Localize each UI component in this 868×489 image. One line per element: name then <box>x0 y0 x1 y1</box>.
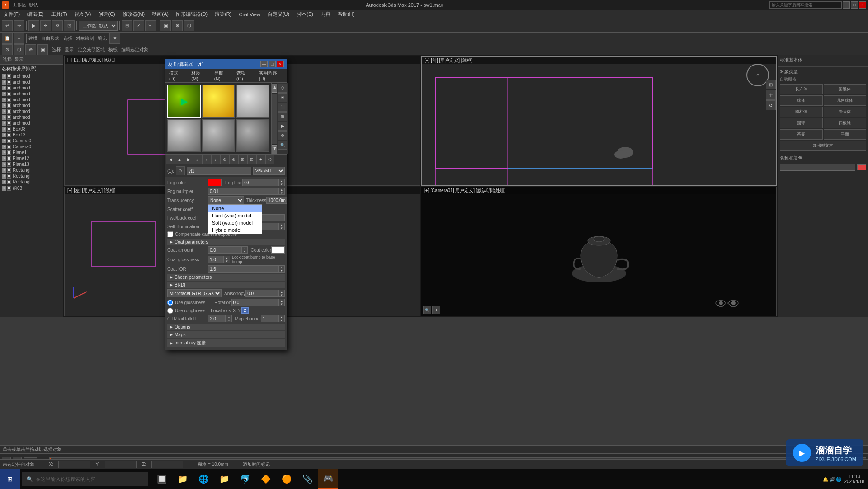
menu-graph-editor[interactable]: 图形编辑器(D) <box>172 10 211 19</box>
menu-content[interactable]: 内容 <box>317 10 334 19</box>
mat-menu-options[interactable]: 选项(O) <box>233 69 255 82</box>
scene-btn2[interactable]: ⬡ <box>14 44 24 55</box>
mat-name-input[interactable] <box>187 167 251 175</box>
menu-file[interactable]: 文件(F) <box>0 10 24 19</box>
mat-type-icon[interactable]: ⊙ <box>176 166 185 175</box>
trans-option-none[interactable]: None <box>208 205 262 212</box>
sheen-params-header[interactable]: Sheen parameters <box>167 274 285 281</box>
menu-animate[interactable]: 动画(A) <box>148 10 172 19</box>
shape-plane[interactable]: 平面 <box>824 129 867 140</box>
scene-btn1[interactable]: ⊙ <box>2 44 13 55</box>
mental-ray-header[interactable]: mental ray 连接 <box>167 339 285 347</box>
list-item[interactable]: 👁🔲 Rectangl <box>0 179 63 185</box>
trans-option-hybrid[interactable]: Hybrid model <box>208 226 262 234</box>
angle-snap[interactable]: ∠ <box>133 20 144 31</box>
microfacet-select[interactable]: Microfacet GTR (GGX) <box>167 289 222 297</box>
list-item[interactable]: 👁🔲 Rectangl <box>0 173 63 179</box>
menu-civil-view[interactable]: Civil View <box>235 10 264 19</box>
list-item[interactable]: 👁🔲 Plane11 <box>0 150 63 155</box>
fog-mult-spinner[interactable]: ▲▼ <box>278 188 285 195</box>
list-item[interactable]: 👁🔲 archmod <box>0 114 63 120</box>
color-swatch[interactable] <box>857 164 866 170</box>
list-item[interactable]: 👁🔲 Rectangl <box>0 167 63 173</box>
snap-toggle[interactable]: ⊞ <box>122 20 132 31</box>
nav-diffuse[interactable]: ⬡ <box>265 155 274 164</box>
list-item[interactable]: 👁🔲 archmod <box>0 108 63 114</box>
mat-scrollbar[interactable]: ▲ ▼ <box>271 83 277 154</box>
scene-sort-header[interactable]: 名称(按升序排序) <box>0 65 63 73</box>
translucency-select[interactable]: None <box>208 196 244 204</box>
scale-button[interactable]: ⊡ <box>64 20 75 31</box>
list-item[interactable]: 👁🔲 archmod <box>0 79 63 85</box>
mat-sample-type[interactable]: ⬡ <box>278 84 287 93</box>
shape-enhanced-text[interactable]: 加强型文本 <box>780 141 866 151</box>
mat-menu-nav[interactable]: 导航(N) <box>211 69 233 82</box>
render-setup[interactable]: ⚙ <box>172 20 183 31</box>
rotation-spinner[interactable]: ▲▼ <box>278 299 285 306</box>
mat-slot-0[interactable] <box>167 85 201 118</box>
shape-cone[interactable]: 圆锥体 <box>824 84 867 94</box>
vp-zoom-btn[interactable]: ⊞ <box>766 80 776 89</box>
menu-help[interactable]: 帮助(H) <box>334 10 358 19</box>
list-item[interactable]: 👁🔲 archmod <box>0 85 63 91</box>
gtr-spinner[interactable]: ▲▼ <box>226 315 232 322</box>
taskbar-app-2[interactable]: 📁 <box>173 469 193 489</box>
coat-gloss-input[interactable] <box>208 256 224 263</box>
display-label[interactable]: 显示 <box>14 56 24 63</box>
y-coord-input[interactable] <box>105 461 137 468</box>
z-coord-input[interactable] <box>151 461 183 468</box>
shape-cylinder[interactable]: 圆柱体 <box>780 107 823 117</box>
vp-orbit-btn[interactable]: ↺ <box>766 100 776 110</box>
nav-put[interactable]: ↑ <box>202 155 211 164</box>
scene-btn4[interactable]: ▣ <box>37 44 48 55</box>
use-gloss-radio[interactable] <box>167 300 173 306</box>
anisotropy-input[interactable] <box>245 290 278 297</box>
list-item[interactable]: 👁🔲 archmod <box>0 97 63 103</box>
cam-pan[interactable]: ✛ <box>432 306 440 314</box>
shape-teapot[interactable]: 茶壶 <box>780 129 823 140</box>
nav-unique[interactable]: ✦ <box>256 155 265 164</box>
clock[interactable]: 11:13 2021/4/18 <box>844 474 865 484</box>
nav-prev[interactable]: ◀ <box>166 155 175 164</box>
mat-slot-3[interactable] <box>167 119 201 152</box>
menu-modifier[interactable]: 修改器(M) <box>119 10 149 19</box>
vp-pan-btn[interactable]: ✛ <box>766 90 776 100</box>
fog-bias-spinner[interactable]: ▲▼ <box>278 179 285 186</box>
object-name-input[interactable] <box>780 164 855 171</box>
taskbar-app-1[interactable]: 🔲 <box>152 469 172 489</box>
maximize-button[interactable]: □ <box>851 1 858 9</box>
mat-menu-utils[interactable]: 实用程序(U) <box>255 69 287 82</box>
shape-geosphere[interactable]: 几何球体 <box>824 95 867 106</box>
coat-amount-input[interactable] <box>208 246 241 254</box>
scroll-up[interactable]: ▲ <box>272 84 277 93</box>
dialog-close[interactable]: × <box>277 61 284 67</box>
fog-color-swatch[interactable] <box>208 179 222 186</box>
select-button[interactable]: ▶ <box>28 20 39 31</box>
fog-multiplier-input[interactable] <box>208 188 278 195</box>
close-button[interactable]: × <box>859 1 866 9</box>
cam-zoom[interactable]: 🔍 <box>423 306 431 314</box>
thickness-input[interactable] <box>266 197 287 204</box>
scroll-down[interactable]: ▼ <box>272 145 277 154</box>
mat-slot-4[interactable] <box>202 119 235 152</box>
menu-create[interactable]: 创建(C) <box>94 10 118 19</box>
list-item[interactable]: 👁🔲 Box13 <box>0 132 63 138</box>
mat-backlight[interactable]: ☀ <box>278 93 287 102</box>
list-item[interactable]: 👁🔲 Plane13 <box>0 161 63 167</box>
taskbar-app-6[interactable]: 🔶 <box>256 469 276 489</box>
viewport-top-right[interactable]: [+] [前] [用户定义] [线框] <box>421 56 777 186</box>
rotation-input[interactable] <box>231 299 278 306</box>
coat-params-header[interactable]: Coat parameters <box>167 239 285 245</box>
mat-bg[interactable]: ⬛ <box>278 103 287 112</box>
taskbar-app-3[interactable]: 🌐 <box>193 469 213 489</box>
gtr-input[interactable] <box>208 315 226 322</box>
percent-snap[interactable]: % <box>145 20 156 31</box>
nav-get[interactable]: ↓ <box>211 155 220 164</box>
scene-btn3[interactable]: ⊕ <box>25 44 36 55</box>
shape-box[interactable]: 长方体 <box>780 84 823 94</box>
use-rough-radio[interactable] <box>167 308 173 314</box>
nav-paste[interactable]: ⊡ <box>247 155 256 164</box>
list-item[interactable]: 👁🔲 Plane12 <box>0 155 63 161</box>
dialog-maximize[interactable]: □ <box>269 61 276 67</box>
move-button[interactable]: ✛ <box>40 20 51 31</box>
